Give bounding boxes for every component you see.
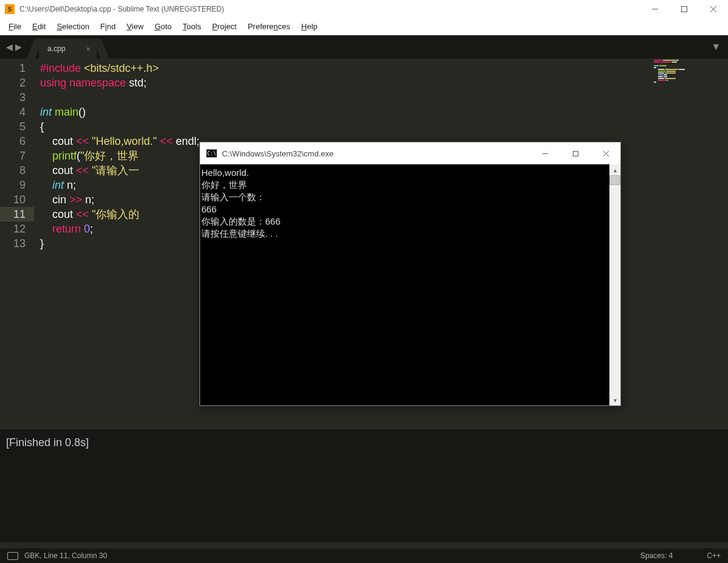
status-position[interactable]: GBK, Line 11, Column 30: [24, 551, 107, 560]
scroll-up-icon[interactable]: ▴: [609, 164, 620, 175]
build-output-panel[interactable]: [Finished in 0.8s]: [0, 430, 728, 542]
cmd-minimize-button[interactable]: [536, 145, 553, 162]
cmd-window-controls: [536, 145, 614, 162]
minimize-button[interactable]: [648, 2, 662, 16]
menu-bar: File Edit Selection Find View Goto Tools…: [0, 18, 728, 35]
menu-preferences[interactable]: Preferences: [243, 19, 295, 33]
tab-a-cpp[interactable]: a.cpp ×: [39, 39, 97, 58]
scroll-track[interactable]: [609, 185, 620, 394]
tab-close-icon[interactable]: ×: [86, 44, 91, 54]
nav-back-icon[interactable]: ◀: [6, 42, 13, 52]
nav-arrows: ◀ ▶: [2, 37, 26, 57]
menu-project[interactable]: Project: [207, 19, 241, 33]
window-controls: [648, 2, 723, 16]
svg-rect-5: [573, 151, 578, 156]
nav-forward-icon[interactable]: ▶: [15, 42, 22, 52]
cmd-title-text: C:\Windows\System32\cmd.exe: [222, 149, 536, 158]
line-gutter: 1 2 3 4 5 6 7 8 9 10 11 12 13: [0, 58, 34, 430]
status-bar: GBK, Line 11, Column 30 Spaces: 4 C++: [0, 548, 728, 563]
menu-help[interactable]: Help: [296, 19, 322, 33]
cmd-close-button[interactable]: [597, 145, 614, 162]
menu-goto[interactable]: Goto: [150, 19, 176, 33]
status-indentation[interactable]: Spaces: 4: [640, 551, 673, 560]
menu-tools[interactable]: Tools: [178, 19, 206, 33]
close-button[interactable]: [706, 2, 721, 16]
menu-edit[interactable]: Edit: [27, 19, 50, 33]
svg-rect-1: [682, 7, 687, 12]
cmd-maximize-button[interactable]: [567, 145, 584, 162]
panel-switcher-icon[interactable]: [7, 552, 18, 560]
minimap[interactable]: [654, 60, 727, 102]
status-syntax[interactable]: C++: [707, 551, 721, 560]
cmd-scrollbar[interactable]: ▴ ▾: [609, 164, 620, 405]
menu-file[interactable]: File: [4, 19, 26, 33]
sublime-app-icon: S: [5, 4, 15, 14]
cmd-title-bar[interactable]: C:\ C:\Windows\System32\cmd.exe: [200, 142, 620, 164]
tab-strip: ◀ ▶ a.cpp × ▼: [0, 35, 728, 58]
cmd-icon: C:\: [206, 149, 217, 158]
menu-find[interactable]: Find: [95, 19, 120, 33]
window-title: C:\Users\Dell\Desktop\a.cpp - Sublime Te…: [19, 5, 648, 13]
build-output-text: [Finished in 0.8s]: [6, 436, 89, 449]
menu-selection[interactable]: Selection: [52, 19, 94, 33]
cmd-output[interactable]: Hello,world. 你好，世界 请输入一个数： 666 你输入的数是：66…: [200, 164, 609, 405]
sublime-title-bar: S C:\Users\Dell\Desktop\a.cpp - Sublime …: [0, 0, 728, 18]
maximize-button[interactable]: [677, 2, 692, 16]
scroll-thumb[interactable]: [609, 175, 620, 185]
menu-view[interactable]: View: [122, 19, 148, 33]
tab-dropdown-icon[interactable]: ▼: [704, 37, 728, 57]
tab-label: a.cpp: [47, 44, 65, 53]
cmd-window[interactable]: C:\ C:\Windows\System32\cmd.exe Hello,wo…: [199, 142, 621, 406]
scroll-down-icon[interactable]: ▾: [609, 394, 620, 405]
